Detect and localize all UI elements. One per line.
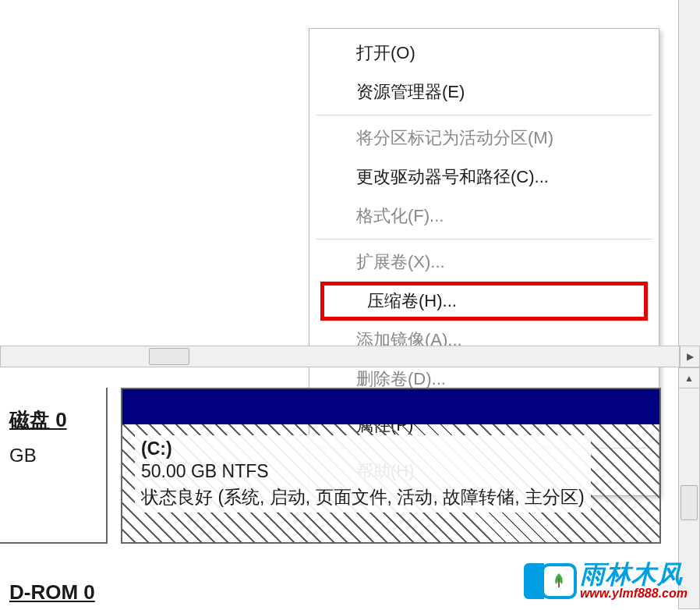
chevron-right-icon: ▶ — [687, 351, 694, 362]
vertical-scrollbar-thumb[interactable] — [681, 485, 698, 520]
watermark-url: www.ylmf888.com — [580, 587, 688, 601]
volume-drive-letter: (C:) — [141, 438, 585, 459]
volume-c-container[interactable]: (C:) 50.00 GB NTFS 状态良好 (系统, 启动, 页面文件, 活… — [121, 388, 661, 544]
cdrom-label: D-ROM 0 — [9, 580, 100, 605]
volume-size-fs: 50.00 GB NTFS — [141, 461, 585, 482]
watermark-blue-accent — [524, 563, 544, 599]
menu-item-shrink-volume[interactable]: 压缩卷(H)... — [320, 282, 648, 321]
menu-separator — [316, 115, 652, 115]
horizontal-scrollbar-thumb[interactable] — [149, 348, 189, 365]
menu-separator — [316, 239, 652, 239]
watermark-text: 雨林木风 www.ylmf888.com — [580, 562, 688, 601]
watermark-title: 雨林木风 — [580, 562, 688, 588]
scroll-up-arrow[interactable]: ▲ — [679, 368, 699, 388]
volume-info-inner: (C:) 50.00 GB NTFS 状态良好 (系统, 启动, 页面文件, 活… — [135, 435, 591, 512]
menu-item-change-drive-letter[interactable]: 更改驱动器号和路径(C)... — [309, 158, 659, 197]
leaf-icon — [550, 572, 568, 590]
menu-item-extend-volume: 扩展卷(X)... — [309, 243, 659, 282]
cdrom-info-panel: D-ROM 0 — [0, 562, 109, 605]
menu-item-open[interactable]: 打开(O) — [309, 34, 659, 73]
watermark-logo-icon — [541, 563, 577, 599]
chevron-up-icon: ▲ — [684, 373, 694, 384]
volume-body: (C:) 50.00 GB NTFS 状态良好 (系统, 启动, 页面文件, 活… — [122, 424, 659, 544]
disk-label: 磁盘 0 — [9, 406, 97, 434]
volume-status: 状态良好 (系统, 启动, 页面文件, 活动, 故障转储, 主分区) — [141, 485, 585, 509]
disk-size-unit: GB — [9, 445, 97, 466]
volume-header-bar — [122, 389, 659, 424]
menu-item-mark-active: 将分区标记为活动分区(M) — [309, 119, 659, 158]
watermark: 雨林木风 www.ylmf888.com — [541, 562, 688, 601]
right-panel-border — [678, 0, 700, 347]
disk-info-panel: 磁盘 0 GB — [0, 388, 108, 544]
menu-item-format: 格式化(F)... — [309, 197, 659, 236]
menu-item-explorer[interactable]: 资源管理器(E) — [309, 73, 659, 112]
scroll-right-arrow[interactable]: ▶ — [680, 346, 700, 367]
horizontal-scrollbar[interactable] — [0, 346, 680, 367]
